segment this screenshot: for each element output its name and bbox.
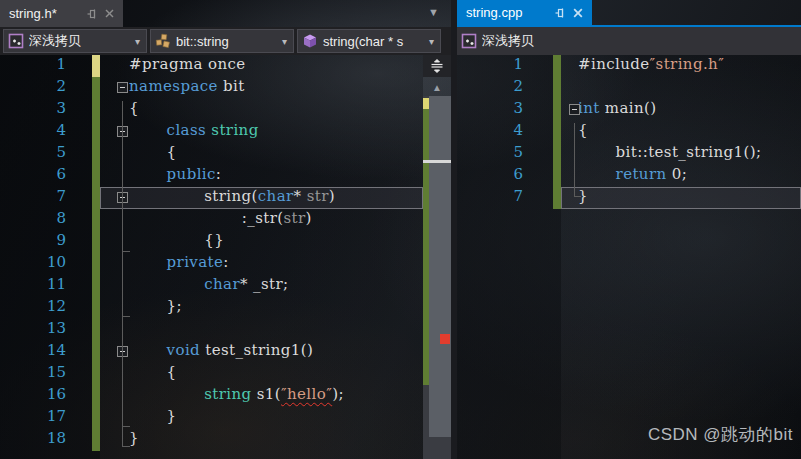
code-line-text: } bbox=[100, 429, 423, 451]
change-track-bar bbox=[92, 275, 100, 297]
scrollbar-error-mark bbox=[440, 334, 450, 344]
change-track-bar bbox=[92, 231, 100, 253]
line-number: 5 bbox=[457, 143, 523, 165]
code-token: #pragma once bbox=[129, 55, 246, 73]
left-code-editor[interactable]: 1#pragma once2namespace bit3{4class stri… bbox=[0, 55, 423, 459]
code-line[interactable]: 3{ bbox=[0, 99, 423, 121]
member-dropdown[interactable]: string(char * s ▾ bbox=[297, 29, 441, 53]
type-dropdown[interactable]: bit::string ▾ bbox=[150, 29, 294, 53]
code-line[interactable]: 7string(char* str) bbox=[0, 187, 423, 209]
line-number: 18 bbox=[0, 429, 66, 451]
vertical-scrollbar-track[interactable] bbox=[423, 96, 451, 459]
change-track-bar bbox=[92, 341, 100, 363]
code-line-text: int main() bbox=[561, 99, 801, 121]
line-number: 1 bbox=[0, 55, 66, 77]
chevron-down-icon: ▾ bbox=[429, 36, 434, 47]
change-track-bar bbox=[92, 429, 100, 451]
code-line[interactable]: 6return 0; bbox=[457, 165, 801, 187]
code-line[interactable]: 15{ bbox=[0, 363, 423, 385]
code-token: char bbox=[258, 187, 294, 205]
code-line[interactable]: 2 bbox=[457, 77, 801, 99]
line-number: 16 bbox=[0, 385, 66, 407]
code-line[interactable]: 4class string bbox=[0, 121, 423, 143]
code-token: * bbox=[294, 187, 307, 205]
line-number: 4 bbox=[0, 121, 66, 143]
code-line[interactable]: 18} bbox=[0, 429, 423, 451]
change-track-bar bbox=[92, 165, 100, 187]
gutter-spacer bbox=[66, 385, 92, 407]
code-token: } bbox=[129, 429, 139, 447]
line-number: 6 bbox=[0, 165, 66, 187]
code-token: void bbox=[167, 341, 201, 359]
gutter-spacer bbox=[523, 55, 553, 77]
document-list-dropdown-icon[interactable]: ▼ bbox=[428, 6, 439, 18]
code-line[interactable]: 1#include″string.h″ bbox=[457, 55, 801, 77]
close-icon[interactable] bbox=[104, 8, 115, 19]
pin-icon[interactable] bbox=[86, 8, 98, 20]
code-line[interactable]: 8:_str(str) bbox=[0, 209, 423, 231]
code-token: { bbox=[578, 121, 588, 139]
code-line-text: namespace bit bbox=[100, 77, 423, 99]
code-token: bit bbox=[218, 77, 245, 95]
fold-collapse-icon[interactable] bbox=[569, 104, 580, 115]
line-number: 1 bbox=[457, 55, 523, 77]
code-token: : bbox=[223, 253, 228, 271]
gutter-spacer bbox=[66, 187, 92, 209]
code-token: {} bbox=[204, 231, 224, 249]
line-number: 9 bbox=[0, 231, 66, 253]
code-line[interactable]: 12}; bbox=[0, 297, 423, 319]
code-line[interactable]: 16string s1(″hello″); bbox=[0, 385, 423, 407]
change-track-bar bbox=[553, 165, 561, 187]
gutter-spacer bbox=[66, 143, 92, 165]
line-number: 6 bbox=[457, 165, 523, 187]
right-code-editor[interactable]: 1#include″string.h″23int main()4{5bit::t… bbox=[457, 55, 801, 459]
fold-collapse-icon[interactable] bbox=[117, 82, 128, 93]
editor-split-handle[interactable] bbox=[423, 55, 451, 77]
scrollbar-thumb[interactable] bbox=[429, 96, 451, 437]
project-dropdown[interactable]: 深浅拷贝 ▾ bbox=[3, 29, 147, 53]
code-line[interactable]: 1#pragma once bbox=[0, 55, 423, 77]
visual-studio-editor-window: string.h* ▼ 深浅拷贝 ▾ bbox=[0, 0, 801, 459]
code-line[interactable]: 10private: bbox=[0, 253, 423, 275]
code-line[interactable]: 11char* _str; bbox=[0, 275, 423, 297]
code-token: char bbox=[204, 275, 240, 293]
code-line[interactable]: 3int main() bbox=[457, 99, 801, 121]
code-line[interactable]: 5{ bbox=[0, 143, 423, 165]
change-track-bar bbox=[553, 99, 561, 121]
code-line[interactable]: 6public: bbox=[0, 165, 423, 187]
pin-icon[interactable] bbox=[554, 7, 566, 19]
code-line[interactable]: 9{} bbox=[0, 231, 423, 253]
code-token: ); bbox=[332, 385, 344, 403]
close-icon[interactable] bbox=[572, 7, 584, 19]
current-code-line-text: string(char* str) bbox=[100, 187, 423, 209]
tab-string-h[interactable]: string.h* bbox=[0, 0, 123, 27]
gutter-spacer bbox=[66, 297, 92, 319]
gutter-spacer bbox=[66, 429, 92, 451]
line-number: 10 bbox=[0, 253, 66, 275]
project-dropdown-label: 深浅拷贝 bbox=[482, 32, 797, 50]
member-dropdown-label: string(char * s bbox=[323, 34, 429, 49]
line-number: 7 bbox=[457, 187, 523, 209]
gutter-spacer bbox=[66, 77, 92, 99]
scrollbar-up-button[interactable]: ▲ bbox=[423, 80, 451, 96]
code-line[interactable]: 17} bbox=[0, 407, 423, 429]
line-number: 14 bbox=[0, 341, 66, 363]
code-token: string bbox=[204, 385, 251, 403]
change-track-bar bbox=[553, 55, 561, 77]
code-line[interactable]: 4{ bbox=[457, 121, 801, 143]
tab-string-cpp[interactable]: string.cpp bbox=[457, 0, 592, 25]
chevron-down-icon: ▾ bbox=[282, 36, 287, 47]
code-token: namespace bbox=[129, 77, 218, 95]
project-dropdown[interactable]: 深浅拷贝 bbox=[457, 29, 801, 53]
outline-connector-line bbox=[574, 123, 575, 196]
class-icon bbox=[155, 33, 171, 49]
code-line[interactable]: 14void test_string1() bbox=[0, 341, 423, 363]
code-line[interactable]: 13 bbox=[0, 319, 423, 341]
gutter-spacer bbox=[66, 165, 92, 187]
code-line[interactable]: 2namespace bit bbox=[0, 77, 423, 99]
code-line[interactable]: 5bit::test_string1(); bbox=[457, 143, 801, 165]
code-token: { bbox=[129, 99, 139, 117]
code-token: { bbox=[167, 363, 177, 381]
code-line[interactable]: 7} bbox=[457, 187, 801, 209]
outline-connector-foot bbox=[574, 196, 581, 197]
